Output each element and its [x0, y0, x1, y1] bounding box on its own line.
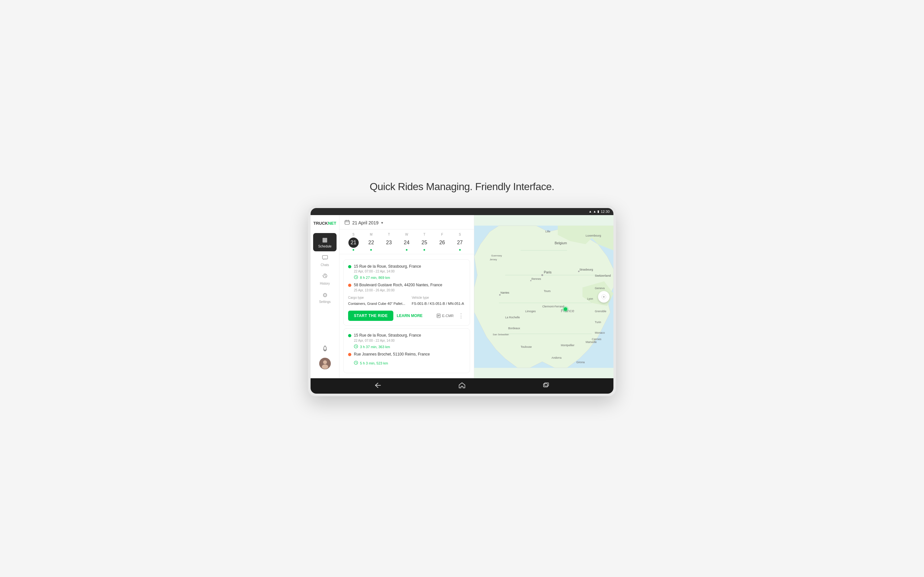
- ride-2-duration: 3 h 37 min, 363 km: [354, 344, 465, 350]
- ride-1-origin-time: 22 Apr, 07:00 - 22 Apr, 14:00: [354, 269, 421, 273]
- map-svg: Paris Strasbourg Nantes France Toulouse …: [474, 215, 614, 378]
- ride-2-destination: Rue Joannes Brochet, 51100 Reims, France: [348, 352, 465, 357]
- day-item-1[interactable]: M 22: [366, 233, 376, 251]
- schedule-label: Schedule: [318, 245, 332, 248]
- map-background: Paris Strasbourg Nantes France Toulouse …: [474, 215, 614, 378]
- svg-text:La Rochelle: La Rochelle: [505, 316, 520, 319]
- day-letter-2: T: [388, 233, 390, 236]
- map-panel: Paris Strasbourg Nantes France Toulouse …: [474, 215, 614, 378]
- day-number-6: 27: [455, 237, 465, 248]
- svg-text:Geneva: Geneva: [595, 286, 605, 290]
- logo: TRUCKNET: [311, 220, 339, 226]
- date-dropdown[interactable]: ▾: [381, 221, 383, 225]
- day-item-4[interactable]: T 25: [419, 233, 430, 251]
- chats-icon: [322, 255, 328, 262]
- ride-2-origin: 15 Rue de la Roue, Strasbourg, France 22…: [348, 333, 465, 342]
- svg-text:Switzerland: Switzerland: [595, 274, 611, 277]
- ride-1-duration: 8 h 27 min, 869 km: [354, 275, 465, 280]
- svg-text:Luxembourg: Luxembourg: [586, 234, 601, 237]
- ride-1-destination: 58 Boulevard Gustave Roch, 44200 Nantes,…: [348, 283, 465, 292]
- sidebar-item-chats[interactable]: Chats: [310, 252, 339, 270]
- svg-text:Lyon: Lyon: [587, 297, 593, 300]
- ride-1-origin: 15 Rue de la Roue, Strasbourg, France 22…: [348, 264, 465, 274]
- svg-point-3: [323, 360, 327, 364]
- svg-text:Jersey: Jersey: [489, 258, 497, 261]
- map-scroll-button[interactable]: [598, 291, 610, 303]
- day-number-0: 21: [349, 237, 359, 248]
- day-letter-5: F: [441, 233, 443, 236]
- date-header: 21 April 2019 ▾: [339, 215, 474, 229]
- avatar[interactable]: [319, 358, 331, 369]
- ride-1-origin-info: 15 Rue de la Roue, Strasbourg, France 22…: [354, 264, 421, 274]
- svg-point-24: [578, 271, 580, 272]
- svg-text:Belgium: Belgium: [555, 241, 567, 245]
- svg-text:Cannes: Cannes: [591, 338, 602, 341]
- day-item-0[interactable]: S 21: [349, 233, 359, 251]
- signal-icon: ▲: [593, 210, 596, 213]
- day-letter-1: M: [370, 233, 373, 236]
- nav-bar: [310, 378, 614, 394]
- day-number-3: 24: [401, 237, 412, 248]
- day-item-5[interactable]: F 26: [437, 233, 447, 251]
- chats-label: Chats: [320, 263, 329, 267]
- svg-point-4: [322, 364, 328, 369]
- ride-1-dest-address: 58 Boulevard Gustave Roch, 44200 Nantes,…: [354, 283, 443, 288]
- ride-card-2: 15 Rue de la Roue, Strasbourg, France 22…: [343, 328, 470, 373]
- svg-text:Andorra: Andorra: [551, 356, 561, 359]
- svg-text:Limoges: Limoges: [525, 309, 536, 313]
- date-title: 21 April 2019: [352, 220, 379, 226]
- page-title: Quick Rides Managing. Friendly Interface…: [370, 181, 554, 193]
- ride-2-duration-text: 3 h 37 min, 363 km: [360, 345, 390, 349]
- notification-button[interactable]: [322, 345, 328, 354]
- svg-text:Girona: Girona: [576, 361, 585, 364]
- ecmr-button[interactable]: E-CMR: [436, 314, 454, 318]
- day-item-3[interactable]: W 24: [401, 233, 412, 251]
- ride-1-duration-text: 8 h 27 min, 869 km: [360, 276, 390, 279]
- svg-rect-59: [544, 383, 549, 386]
- logo-accent: NET: [328, 221, 336, 226]
- svg-text:Bordeaux: Bordeaux: [508, 327, 520, 330]
- svg-point-56: [603, 296, 605, 298]
- sidebar-item-schedule[interactable]: ▦ Schedule: [313, 233, 336, 251]
- rides-list: 15 Rue de la Roue, Strasbourg, France 22…: [339, 254, 474, 378]
- svg-text:Guernsey: Guernsey: [491, 254, 502, 257]
- status-icons: ▲ ▲ ▮ 12:30: [589, 210, 610, 213]
- vehicle-type-col: Vehicle type FS-001-B / KS-051-B / MN-05…: [412, 296, 464, 306]
- tablet-frame: ▲ ▲ ▮ 12:30 TRUCKNET ▦ Schedule: [308, 205, 616, 396]
- ride-2-dest-address: Rue Joannes Brochet, 51100 Reims, France: [354, 352, 430, 357]
- ride-2-dest-info: Rue Joannes Brochet, 51100 Reims, France: [354, 352, 430, 357]
- settings-icon: ⚙: [322, 292, 328, 299]
- home-button[interactable]: [459, 382, 465, 390]
- cargo-type-col: Cargo type Containers, Grand Cube 40" Pa…: [348, 296, 405, 306]
- status-time: 12:30: [601, 210, 610, 213]
- origin-dot-2: [348, 334, 351, 337]
- svg-point-26: [499, 294, 501, 295]
- day-letter-3: W: [405, 233, 408, 236]
- recents-button[interactable]: [543, 382, 549, 390]
- day-item-2[interactable]: T 23: [384, 233, 394, 251]
- ride-1-dest-time: 25 Apr, 13:00 - 26 Apr, 20:00: [354, 288, 443, 292]
- back-button[interactable]: [375, 382, 381, 390]
- origin-dot-1: [348, 265, 351, 268]
- day-dot-6: [459, 249, 461, 251]
- learn-more-button[interactable]: LEARN MORE: [397, 314, 423, 318]
- day-item-6[interactable]: S 27: [455, 233, 465, 251]
- day-number-2: 23: [384, 237, 394, 248]
- more-options-button[interactable]: ⋮: [457, 312, 465, 319]
- settings-label: Settings: [319, 300, 330, 303]
- sidebar-item-settings[interactable]: ⚙ Settings: [310, 288, 339, 307]
- app-content: TRUCKNET ▦ Schedule Chats: [310, 215, 614, 378]
- cargo-type-label: Cargo type: [348, 296, 405, 300]
- ride-1-origin-address: 15 Rue de la Roue, Strasbourg, France: [354, 264, 421, 269]
- battery-icon: ▮: [598, 210, 599, 213]
- ride-2-second-duration: 5 h 3 min, 523 km: [354, 361, 465, 366]
- ride-2-origin-time: 22 Apr, 07:00 - 22 Apr, 14:00: [354, 339, 421, 342]
- svg-text:Strasbourg: Strasbourg: [580, 268, 593, 271]
- tablet-inner: ▲ ▲ ▮ 12:30 TRUCKNET ▦ Schedule: [310, 208, 614, 394]
- start-ride-button[interactable]: START THE RIDE: [348, 311, 393, 321]
- ride-1-cargo-row: Cargo type Containers, Grand Cube 40" Pa…: [348, 296, 465, 306]
- vehicle-type-label: Vehicle type: [412, 296, 464, 300]
- sidebar-item-history[interactable]: History: [310, 270, 339, 288]
- cargo-type-value: Containers, Grand Cube 40" Pallet...: [348, 301, 405, 306]
- calendar-icon: [344, 219, 350, 226]
